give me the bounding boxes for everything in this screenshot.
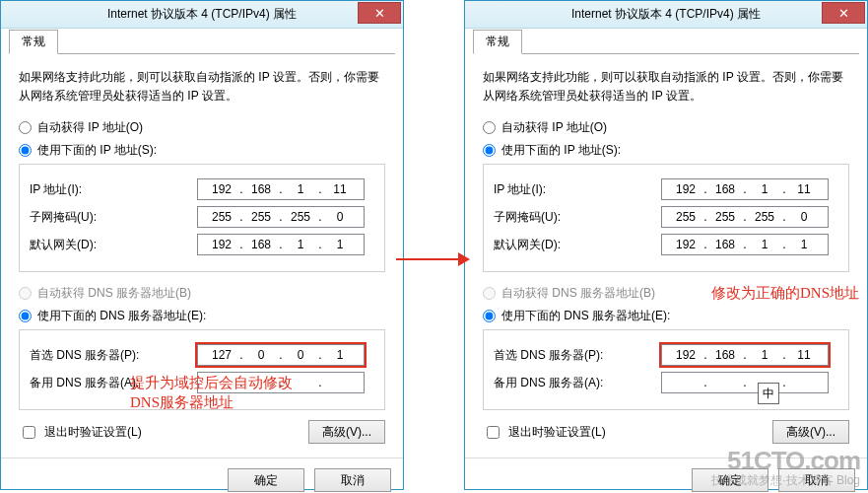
gateway-input[interactable]: 192. 168. 1. 1 bbox=[661, 234, 829, 255]
radio-auto-ip[interactable] bbox=[19, 121, 32, 134]
annotation-right: 修改为正确的DNS地址 bbox=[711, 283, 859, 303]
radio-auto-ip-label: 自动获得 IP 地址(O) bbox=[501, 119, 607, 136]
radio-manual-ip-row[interactable]: 使用下面的 IP 地址(S): bbox=[473, 139, 859, 162]
dns-groupbox: 首选 DNS 服务器(P): 192. 168. 1. 11 备用 DNS 服务… bbox=[483, 329, 849, 410]
dialog-footer: 确定 取消 bbox=[1, 458, 403, 493]
window-title: Internet 协议版本 4 (TCP/IPv4) 属性 bbox=[465, 6, 867, 23]
radio-manual-ip-row[interactable]: 使用下面的 IP 地址(S): bbox=[9, 139, 395, 162]
dns1-input[interactable]: 192. 168. 1. 11 bbox=[661, 344, 829, 366]
arrow-icon bbox=[396, 249, 475, 269]
subnet-mask-label: 子网掩码(U): bbox=[494, 209, 661, 226]
ok-button[interactable]: 确定 bbox=[228, 468, 304, 492]
close-icon: ✕ bbox=[374, 6, 385, 21]
ip-address-input[interactable]: 192. 168. 1. 11 bbox=[197, 178, 365, 200]
exit-validate-checkbox[interactable] bbox=[487, 426, 500, 439]
description-text: 如果网络支持此功能，则可以获取自动指派的 IP 设置。否则，你需要从网络系统管理… bbox=[473, 62, 859, 116]
radio-auto-ip-row[interactable]: 自动获得 IP 地址(O) bbox=[473, 116, 859, 139]
advanced-button[interactable]: 高级(V)... bbox=[772, 420, 849, 444]
watermark: 51CTO.com 技术成就梦想·技术博客 Blog bbox=[711, 448, 860, 487]
radio-auto-dns bbox=[483, 287, 496, 300]
ip-groupbox: IP 地址(I): 192. 168. 1. 11 子网掩码(U): 255. … bbox=[483, 164, 849, 272]
tab-bar: 常规 bbox=[9, 31, 395, 54]
close-icon: ✕ bbox=[838, 6, 849, 21]
radio-auto-dns-label: 自动获得 DNS 服务器地址(B) bbox=[501, 285, 655, 302]
gateway-label: 默认网关(D): bbox=[30, 237, 197, 253]
radio-auto-dns bbox=[19, 287, 32, 300]
gateway-input[interactable]: 192. 168. 1. 1 bbox=[197, 234, 365, 255]
dns1-label: 首选 DNS 服务器(P): bbox=[30, 347, 197, 364]
radio-auto-ip-label: 自动获得 IP 地址(O) bbox=[37, 119, 143, 136]
radio-auto-ip-row[interactable]: 自动获得 IP 地址(O) bbox=[9, 116, 395, 139]
description-text: 如果网络支持此功能，则可以获取自动指派的 IP 设置。否则，你需要从网络系统管理… bbox=[9, 62, 395, 116]
advanced-button[interactable]: 高级(V)... bbox=[308, 420, 385, 444]
dns2-input[interactable]: . . . bbox=[661, 372, 829, 393]
subnet-mask-input[interactable]: 255. 255. 255. 0 bbox=[197, 206, 365, 228]
close-button[interactable]: ✕ bbox=[358, 2, 401, 24]
radio-manual-dns-label: 使用下面的 DNS 服务器地址(E): bbox=[37, 308, 206, 324]
watermark-logo: 51CTO.com bbox=[711, 448, 860, 474]
ip-address-label: IP 地址(I): bbox=[494, 181, 661, 198]
radio-manual-ip-label: 使用下面的 IP 地址(S): bbox=[501, 142, 621, 159]
radio-manual-ip[interactable] bbox=[483, 144, 496, 157]
exit-validate-checkbox[interactable] bbox=[23, 426, 35, 439]
radio-auto-ip[interactable] bbox=[483, 121, 496, 134]
radio-manual-ip[interactable] bbox=[19, 144, 32, 157]
radio-manual-dns[interactable] bbox=[19, 310, 32, 322]
tcpip-properties-dialog-after: Internet 协议版本 4 (TCP/IPv4) 属性 ✕ 常规 如果网络支… bbox=[464, 0, 868, 490]
window-title: Internet 协议版本 4 (TCP/IPv4) 属性 bbox=[1, 6, 403, 23]
dns1-label: 首选 DNS 服务器(P): bbox=[494, 347, 661, 364]
close-button[interactable]: ✕ bbox=[822, 2, 865, 24]
tab-general[interactable]: 常规 bbox=[9, 30, 58, 54]
radio-manual-dns[interactable] bbox=[483, 310, 496, 322]
radio-manual-dns-label: 使用下面的 DNS 服务器地址(E): bbox=[501, 308, 670, 324]
cancel-button[interactable]: 取消 bbox=[314, 468, 391, 492]
exit-validate-row[interactable]: 退出时验证设置(L) bbox=[19, 423, 142, 442]
radio-manual-dns-row[interactable]: 使用下面的 DNS 服务器地址(E): bbox=[9, 305, 395, 327]
ip-address-label: IP 地址(I): bbox=[30, 181, 197, 198]
exit-validate-label: 退出时验证设置(L) bbox=[508, 424, 606, 441]
dialog-body: 常规 如果网络支持此功能，则可以获取自动指派的 IP 设置。否则，你需要从网络系… bbox=[465, 29, 867, 458]
tab-general[interactable]: 常规 bbox=[473, 30, 522, 54]
ip-groupbox: IP 地址(I): 192. 168. 1. 11 子网掩码(U): 255. … bbox=[19, 164, 385, 272]
radio-manual-ip-label: 使用下面的 IP 地址(S): bbox=[37, 142, 157, 159]
radio-auto-dns-row: 自动获得 DNS 服务器地址(B) bbox=[9, 282, 395, 305]
dns2-label: 备用 DNS 服务器(A): bbox=[494, 375, 661, 391]
subnet-mask-input[interactable]: 255. 255. 255. 0 bbox=[661, 206, 829, 228]
titlebar: Internet 协议版本 4 (TCP/IPv4) 属性 ✕ bbox=[1, 1, 403, 29]
dns1-input[interactable]: 127. 0. 0. 1 bbox=[197, 344, 365, 366]
subnet-mask-label: 子网掩码(U): bbox=[30, 209, 197, 226]
tcpip-properties-dialog-before: Internet 协议版本 4 (TCP/IPv4) 属性 ✕ 常规 如果网络支… bbox=[0, 0, 404, 490]
gateway-label: 默认网关(D): bbox=[494, 237, 661, 253]
annotation-left: 提升为域控后会自动修改DNS服务器地址 bbox=[130, 373, 293, 413]
radio-auto-dns-label: 自动获得 DNS 服务器地址(B) bbox=[37, 285, 191, 302]
exit-validate-label: 退出时验证设置(L) bbox=[44, 424, 142, 441]
ime-indicator: 中 bbox=[758, 383, 779, 404]
radio-manual-dns-row[interactable]: 使用下面的 DNS 服务器地址(E): bbox=[473, 305, 859, 327]
titlebar: Internet 协议版本 4 (TCP/IPv4) 属性 ✕ bbox=[465, 1, 867, 29]
watermark-slogan: 技术成就梦想·技术博客 Blog bbox=[711, 474, 860, 487]
exit-validate-row[interactable]: 退出时验证设置(L) bbox=[483, 423, 606, 442]
tab-bar: 常规 bbox=[473, 31, 859, 54]
ip-address-input[interactable]: 192. 168. 1. 11 bbox=[661, 178, 829, 200]
